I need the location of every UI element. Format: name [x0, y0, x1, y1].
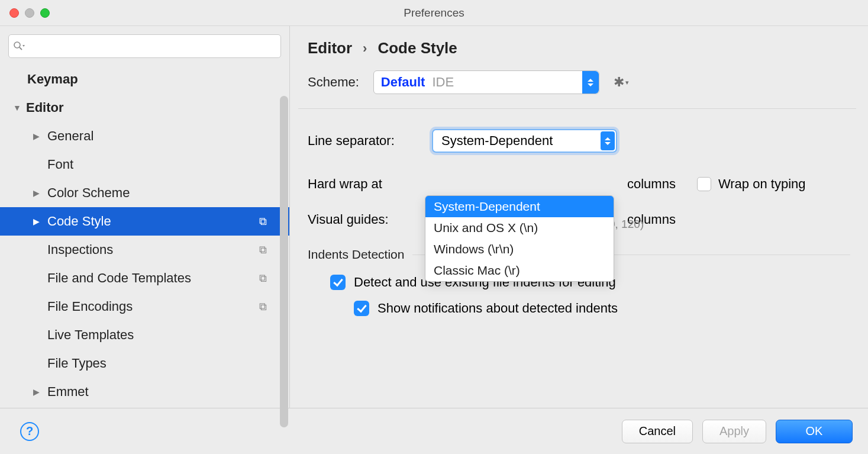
sidebar-item-file-types[interactable]: File Types — [0, 349, 289, 378]
help-button[interactable]: ? — [20, 422, 39, 441]
project-override-icon: ⧉ — [259, 301, 267, 313]
hard-wrap-label: Hard wrap at — [308, 176, 426, 192]
breadcrumb-segment-code-style: Code Style — [377, 39, 457, 57]
ok-button[interactable]: OK — [776, 420, 853, 443]
sidebar-item-label: General — [47, 128, 289, 144]
ok-button-label: OK — [806, 424, 823, 438]
breadcrumb-segment-editor[interactable]: Editor — [308, 39, 352, 57]
main-panel: Editor › Code Style Scheme: Default IDE … — [290, 26, 868, 408]
cancel-button-label: Cancel — [639, 424, 676, 438]
sidebar-item-emmet[interactable]: ▶ Emmet — [0, 378, 289, 406]
line-separator-row: Line separator: System-Dependent — [308, 129, 850, 153]
sidebar-item-color-scheme[interactable]: ▶ Color Scheme — [0, 179, 289, 207]
scheme-actions-button[interactable]: ✱ ▾ — [614, 75, 629, 90]
columns-label: columns — [627, 176, 676, 192]
settings-tree: Keymap ▼ Editor ▶ General Font ▶ Color S… — [0, 65, 289, 408]
sidebar-item-label: File Types — [47, 356, 289, 371]
sidebar-item-file-templates[interactable]: File and Code Templates ⧉ — [0, 264, 289, 292]
preferences-window: Preferences Keymap ▼ Editor — [0, 0, 868, 454]
sidebar-item-editor[interactable]: ▼ Editor — [0, 94, 289, 122]
sidebar-item-general[interactable]: ▶ General — [0, 122, 289, 150]
dropdown-item-system-dependent[interactable]: System-Dependent — [425, 196, 614, 217]
help-icon: ? — [26, 424, 33, 438]
scheme-value: Default — [381, 75, 425, 90]
dropdown-item-label: Unix and OS X (\n) — [434, 221, 538, 235]
body: Keymap ▼ Editor ▶ General Font ▶ Color S… — [0, 26, 868, 408]
line-separator-label: Line separator: — [308, 133, 426, 149]
dropdown-item-unix[interactable]: Unix and OS X (\n) — [425, 217, 614, 239]
svg-point-0 — [14, 42, 20, 48]
search-input[interactable] — [27, 40, 276, 53]
chevron-down-icon: ▼ — [12, 103, 22, 112]
sidebar-item-label: Inspections — [47, 242, 289, 257]
notify-indents-label: Show notifications about detected indent… — [377, 301, 618, 316]
sidebar-item-keymap[interactable]: Keymap — [0, 65, 289, 94]
notify-indents-checkbox[interactable] — [354, 301, 369, 316]
hard-wrap-row: Hard wrap at columns Wrap on typing — [308, 176, 850, 192]
sidebar-item-label: Color Scheme — [47, 185, 289, 201]
search-field[interactable] — [8, 34, 281, 58]
close-window-button[interactable] — [9, 8, 19, 18]
sidebar-item-label: File Encodings — [47, 299, 289, 314]
dropdown-handle-icon — [601, 131, 615, 150]
traffic-lights — [9, 8, 50, 18]
window-title: Preferences — [404, 7, 464, 20]
titlebar: Preferences — [0, 0, 868, 26]
scheme-select[interactable]: Default IDE — [373, 70, 599, 94]
indents-section-title: Indents Detection — [308, 247, 404, 262]
dropdown-item-label: Classic Mac (\r) — [434, 263, 520, 278]
notify-indents-row: Show notifications about detected indent… — [354, 301, 850, 316]
detect-indents-checkbox[interactable] — [330, 275, 346, 290]
sidebar-item-live-templates[interactable]: Live Templates — [0, 321, 289, 349]
line-separator-dropdown: System-Dependent Unix and OS X (\n) Wind… — [425, 195, 614, 282]
sidebar-item-font[interactable]: Font — [0, 150, 289, 179]
search-icon — [14, 41, 25, 51]
visual-guides-label: Visual guides: — [308, 212, 426, 227]
minimize-window-button[interactable] — [25, 8, 34, 18]
scheme-scope: IDE — [432, 75, 454, 90]
line-separator-select[interactable]: System-Dependent — [432, 129, 617, 153]
dropdown-item-windows[interactable]: Windows (\r\n) — [425, 239, 614, 260]
breadcrumb: Editor › Code Style — [290, 26, 868, 68]
apply-button[interactable]: Apply — [702, 420, 766, 443]
gear-icon: ✱ — [614, 75, 624, 90]
dropdown-item-classic-mac[interactable]: Classic Mac (\r) — [425, 260, 614, 281]
zoom-window-button[interactable] — [40, 8, 50, 18]
sidebar-item-code-style[interactable]: ▶ Code Style ⧉ — [0, 207, 289, 236]
search-wrap — [0, 26, 289, 65]
sidebar-scrollbar[interactable] — [280, 96, 288, 427]
sidebar-item-label: File and Code Templates — [47, 271, 289, 286]
sidebar-item-label: Font — [47, 157, 289, 172]
chevron-down-icon: ▾ — [625, 79, 629, 86]
sidebar-item-label: Emmet — [47, 384, 289, 400]
sidebar-item-label: Live Templates — [47, 327, 289, 343]
chevron-right-icon: ▶ — [31, 217, 41, 226]
chevron-right-icon: › — [363, 41, 367, 56]
sidebar-item-label: Editor — [26, 100, 289, 115]
apply-button-label: Apply — [719, 424, 749, 438]
sidebar-item-file-encodings[interactable]: File Encodings ⧉ — [0, 292, 289, 321]
dropdown-handle-icon — [582, 71, 599, 94]
scheme-label: Scheme: — [308, 75, 359, 90]
chevron-right-icon: ▶ — [31, 188, 41, 198]
wrap-on-typing-checkbox[interactable] — [697, 177, 711, 191]
chevron-right-icon: ▶ — [31, 387, 41, 397]
sidebar-item-label: Keymap — [27, 72, 289, 87]
project-override-icon: ⧉ — [259, 244, 267, 256]
sidebar-item-label: Code Style — [47, 214, 289, 229]
svg-line-1 — [20, 47, 22, 50]
wrap-on-typing-label: Wrap on typing — [718, 176, 806, 192]
line-separator-value: System-Dependent — [441, 133, 553, 149]
chevron-right-icon: ▶ — [31, 131, 41, 141]
sidebar-item-inspections[interactable]: Inspections ⧉ — [0, 236, 289, 264]
sidebar: Keymap ▼ Editor ▶ General Font ▶ Color S… — [0, 26, 290, 408]
dropdown-item-label: Windows (\r\n) — [434, 242, 514, 256]
project-override-icon: ⧉ — [259, 215, 267, 228]
footer: ? Cancel Apply OK — [0, 408, 868, 454]
project-override-icon: ⧉ — [259, 272, 267, 285]
scheme-row: Scheme: Default IDE ✱ ▾ — [290, 68, 868, 108]
dropdown-item-label: System-Dependent — [434, 199, 540, 214]
cancel-button[interactable]: Cancel — [622, 420, 693, 443]
